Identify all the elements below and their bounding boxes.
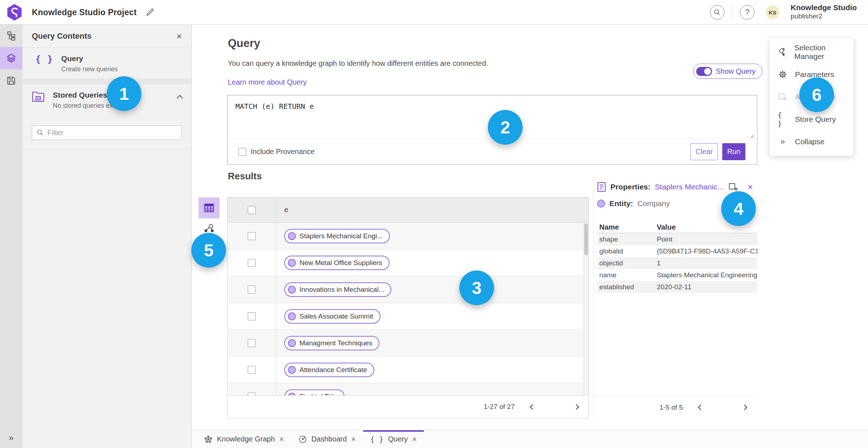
filter-input[interactable] — [47, 129, 177, 137]
filter-search-icon — [37, 129, 44, 136]
search-icon[interactable] — [710, 5, 724, 20]
close-tab-icon[interactable]: × — [279, 435, 284, 444]
query-item[interactable]: { } Query Create new queries — [22, 48, 191, 79]
user-info[interactable]: Knowledge Studio publisher2 — [791, 3, 857, 20]
braces-icon: { } — [35, 54, 53, 73]
annotation-callout-3: 3 — [459, 270, 494, 305]
resize-grip-icon[interactable] — [748, 132, 754, 138]
table-view-button[interactable] — [199, 197, 220, 218]
query-code[interactable]: MATCH (e) RETURN e — [235, 102, 314, 111]
expand-panel-icon[interactable]: » — [0, 433, 22, 443]
avatar[interactable]: KS — [766, 5, 779, 19]
collapse-section-icon[interactable] — [177, 95, 183, 101]
table-row[interactable]: Innovations in Mechanical... — [227, 276, 588, 303]
table-row[interactable]: New Metal Office Suppliers — [227, 249, 588, 276]
table-row[interactable]: Attendance Certificate — [227, 357, 588, 383]
entity-type-dot-icon — [597, 200, 605, 208]
row-checkbox[interactable] — [248, 366, 256, 374]
entity-chip[interactable]: Firebird Title — [284, 389, 345, 396]
property-row[interactable]: globalid {5D9B4713-F98D-4A53-A59F-C11... — [597, 245, 757, 257]
column-header-e: e — [276, 197, 588, 222]
entity-chip[interactable]: Attendance Certificate — [284, 363, 374, 377]
collapse-icon: » — [778, 137, 788, 146]
link-chart-rail-icon[interactable] — [0, 25, 22, 47]
next-page-icon[interactable] — [574, 404, 579, 410]
parameters-gear-icon — [778, 70, 788, 79]
entity-chip[interactable]: Sales Associate Summit — [284, 309, 380, 324]
row-checkbox[interactable] — [248, 393, 256, 396]
panel-divider — [22, 149, 191, 150]
previous-page-icon[interactable] — [698, 405, 704, 410]
property-row[interactable]: established 2020-02-11 — [597, 281, 757, 293]
save-rail-icon[interactable] — [0, 69, 22, 92]
stored-queries-item[interactable]: Stored Queries No stored queries exist — [22, 84, 191, 115]
page-title: Knowledge Studio Project — [32, 0, 137, 25]
entity-chip[interactable]: New Metal Office Suppliers — [284, 256, 390, 270]
show-query-toggle[interactable]: Show Query — [693, 64, 762, 79]
entity-dot-icon — [288, 286, 296, 294]
property-row[interactable]: shape Point — [597, 233, 757, 245]
selection-manager-item[interactable]: Selection Manager — [770, 41, 854, 63]
entity-label: Entity: — [609, 199, 633, 208]
top-bar: Knowledge Studio Project ? KS Knowledge … — [0, 0, 868, 25]
query-description: You can query a knowledge graph to ident… — [228, 59, 488, 68]
previous-page-icon[interactable] — [530, 404, 536, 410]
properties-entity-link[interactable]: Staplers Mechanic... — [655, 183, 724, 191]
store-query-label: Store Query — [795, 115, 836, 124]
entity-chip[interactable]: Innovations in Mechanical... — [284, 282, 391, 297]
tab-dashboard[interactable]: Dashboard × — [291, 430, 363, 448]
properties-pagination: 1-5 of 5 — [593, 396, 757, 418]
close-tab-icon[interactable]: × — [412, 435, 417, 444]
scrollbar-thumb[interactable] — [584, 223, 588, 255]
tab-knowledge-graph[interactable]: Knowledge Graph × — [197, 430, 291, 448]
store-query-item[interactable]: { } Store Query — [770, 108, 854, 131]
entity-chip[interactable]: Staplers Mechanical Engi... — [284, 229, 390, 243]
selection-manager-icon — [778, 47, 787, 57]
property-row[interactable]: objectid 1 — [597, 257, 757, 269]
annotation-callout-4: 4 — [721, 191, 756, 226]
annotation-callout-2: 2 — [488, 110, 523, 145]
dashboard-gauge-icon — [298, 435, 307, 444]
user-name: Knowledge Studio — [791, 3, 857, 12]
include-provenance-checkbox[interactable] — [238, 148, 246, 156]
table-row[interactable]: Managment Techniques — [227, 330, 588, 357]
collapse-item[interactable]: » Collapse — [770, 131, 854, 153]
name-column-header: Name — [597, 223, 657, 231]
collapse-label: Collapse — [795, 137, 825, 146]
row-checkbox[interactable] — [248, 286, 256, 294]
table-row[interactable]: Firebird Title — [227, 383, 588, 395]
results-table-body: Staplers Mechanical Engi... New Metal Of… — [227, 223, 588, 395]
tab-label: Query — [388, 435, 408, 443]
next-page-icon[interactable] — [742, 405, 748, 410]
row-checkbox[interactable] — [248, 339, 256, 347]
row-checkbox[interactable] — [248, 232, 256, 240]
app-logo-icon — [7, 4, 22, 21]
entity-dot-icon — [288, 366, 296, 374]
close-properties-icon[interactable]: × — [748, 182, 753, 192]
close-panel-icon[interactable]: × — [176, 31, 182, 41]
add-to-map-icon[interactable] — [728, 182, 738, 192]
row-checkbox[interactable] — [248, 259, 256, 267]
edit-title-icon[interactable] — [145, 8, 155, 17]
learn-more-link[interactable]: Learn more about Query — [228, 78, 307, 86]
table-row[interactable]: Staplers Mechanical Engi... — [227, 223, 588, 249]
tab-query[interactable]: { } Query × — [363, 430, 424, 448]
selection-manager-label: Selection Manager — [794, 43, 854, 61]
layers-rail-icon[interactable] — [0, 47, 22, 69]
annotation-callout-5: 5 — [191, 233, 226, 268]
clear-button[interactable]: Clear — [690, 143, 718, 160]
toggle-track[interactable] — [696, 67, 712, 76]
show-query-label: Show Query — [716, 67, 756, 76]
run-button[interactable]: Run — [722, 143, 745, 160]
help-icon[interactable]: ? — [740, 5, 754, 20]
select-all-checkbox[interactable] — [248, 206, 256, 214]
table-scrollbar[interactable] — [583, 223, 588, 395]
topbar-divider — [732, 4, 732, 20]
entity-dot-icon — [288, 312, 296, 320]
row-checkbox[interactable] — [248, 312, 256, 320]
close-tab-icon[interactable]: × — [351, 435, 356, 444]
entity-chip[interactable]: Managment Techniques — [284, 336, 379, 350]
left-icon-rail: » — [0, 25, 22, 448]
table-row[interactable]: Sales Associate Summit — [227, 303, 588, 330]
property-row[interactable]: name Staplers Mechanical Engineering — [597, 269, 757, 281]
